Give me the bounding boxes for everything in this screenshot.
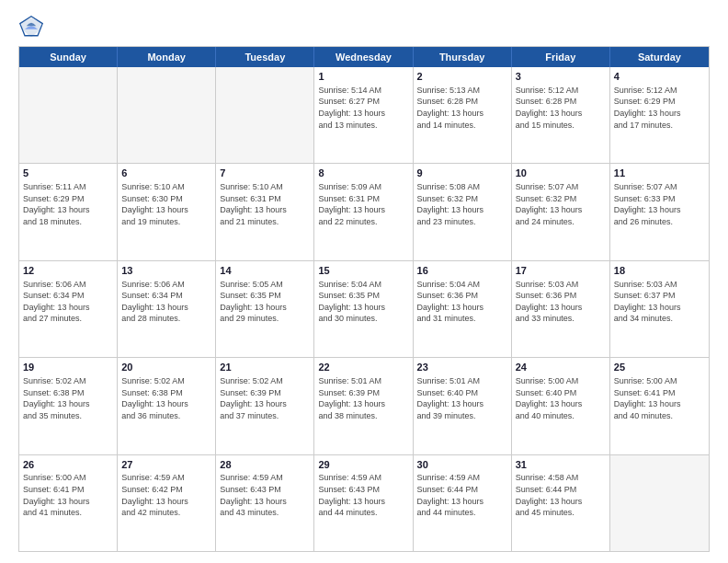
cal-cell: 24Sunrise: 5:00 AM Sunset: 6:40 PM Dayli… xyxy=(512,358,610,454)
cal-week-3: 12Sunrise: 5:06 AM Sunset: 6:34 PM Dayli… xyxy=(19,260,709,357)
day-number: 21 xyxy=(220,361,310,374)
day-detail: Sunrise: 4:59 AM Sunset: 6:43 PM Dayligh… xyxy=(220,472,310,518)
cal-cell: 13Sunrise: 5:06 AM Sunset: 6:34 PM Dayli… xyxy=(118,261,216,357)
day-detail: Sunrise: 5:09 AM Sunset: 6:31 PM Dayligh… xyxy=(318,181,408,227)
cal-cell xyxy=(216,67,314,163)
cal-week-5: 26Sunrise: 5:00 AM Sunset: 6:41 PM Dayli… xyxy=(19,454,709,551)
cal-cell: 2Sunrise: 5:13 AM Sunset: 6:28 PM Daylig… xyxy=(414,67,512,163)
cal-cell: 29Sunrise: 4:59 AM Sunset: 6:43 PM Dayli… xyxy=(314,455,413,551)
day-number: 25 xyxy=(614,361,705,374)
day-number: 6 xyxy=(121,167,211,180)
day-number: 3 xyxy=(516,70,606,84)
cal-cell: 4Sunrise: 5:12 AM Sunset: 6:29 PM Daylig… xyxy=(610,67,709,163)
day-detail: Sunrise: 4:59 AM Sunset: 6:43 PM Dayligh… xyxy=(318,472,408,518)
day-detail: Sunrise: 5:03 AM Sunset: 6:37 PM Dayligh… xyxy=(614,279,705,325)
cal-cell: 5Sunrise: 5:11 AM Sunset: 6:29 PM Daylig… xyxy=(19,164,118,259)
day-detail: Sunrise: 5:14 AM Sunset: 6:27 PM Dayligh… xyxy=(318,85,408,131)
day-detail: Sunrise: 5:00 AM Sunset: 6:41 PM Dayligh… xyxy=(614,375,705,421)
day-detail: Sunrise: 4:58 AM Sunset: 6:44 PM Dayligh… xyxy=(516,472,606,518)
day-number: 7 xyxy=(220,167,310,180)
cal-week-4: 19Sunrise: 5:02 AM Sunset: 6:38 PM Dayli… xyxy=(19,357,709,454)
day-detail: Sunrise: 5:04 AM Sunset: 6:35 PM Dayligh… xyxy=(318,279,408,325)
cal-cell: 7Sunrise: 5:10 AM Sunset: 6:31 PM Daylig… xyxy=(216,164,314,259)
cal-cell: 11Sunrise: 5:07 AM Sunset: 6:33 PM Dayli… xyxy=(610,164,709,259)
header xyxy=(18,15,710,40)
day-detail: Sunrise: 5:04 AM Sunset: 6:36 PM Dayligh… xyxy=(417,279,507,325)
day-number: 24 xyxy=(516,361,606,374)
cal-cell: 20Sunrise: 5:02 AM Sunset: 6:38 PM Dayli… xyxy=(118,358,216,454)
cal-header-tuesday: Tuesday xyxy=(216,47,314,67)
day-number: 31 xyxy=(516,458,606,472)
day-detail: Sunrise: 5:02 AM Sunset: 6:39 PM Dayligh… xyxy=(220,375,310,421)
cal-week-2: 5Sunrise: 5:11 AM Sunset: 6:29 PM Daylig… xyxy=(19,163,709,259)
cal-cell: 8Sunrise: 5:09 AM Sunset: 6:31 PM Daylig… xyxy=(314,164,413,259)
day-number: 11 xyxy=(614,167,705,180)
day-number: 2 xyxy=(417,70,507,84)
cal-cell: 28Sunrise: 4:59 AM Sunset: 6:43 PM Dayli… xyxy=(216,455,314,551)
cal-header-wednesday: Wednesday xyxy=(314,47,413,67)
day-detail: Sunrise: 4:59 AM Sunset: 6:44 PM Dayligh… xyxy=(417,472,507,518)
day-number: 18 xyxy=(614,264,705,278)
day-number: 23 xyxy=(417,361,507,374)
cal-cell: 14Sunrise: 5:05 AM Sunset: 6:35 PM Dayli… xyxy=(216,261,314,357)
cal-header-friday: Friday xyxy=(512,47,610,67)
day-detail: Sunrise: 5:12 AM Sunset: 6:28 PM Dayligh… xyxy=(516,85,606,131)
cal-cell: 31Sunrise: 4:58 AM Sunset: 6:44 PM Dayli… xyxy=(512,455,610,551)
day-detail: Sunrise: 5:11 AM Sunset: 6:29 PM Dayligh… xyxy=(23,181,113,227)
day-detail: Sunrise: 5:06 AM Sunset: 6:34 PM Dayligh… xyxy=(121,279,211,325)
cal-week-1: 1Sunrise: 5:14 AM Sunset: 6:27 PM Daylig… xyxy=(19,67,709,163)
calendar-body: 1Sunrise: 5:14 AM Sunset: 6:27 PM Daylig… xyxy=(19,67,709,551)
logo xyxy=(18,15,48,40)
day-number: 16 xyxy=(417,264,507,278)
day-detail: Sunrise: 5:05 AM Sunset: 6:35 PM Dayligh… xyxy=(220,279,310,325)
day-detail: Sunrise: 5:01 AM Sunset: 6:39 PM Dayligh… xyxy=(318,375,408,421)
day-number: 9 xyxy=(417,167,507,180)
cal-cell: 1Sunrise: 5:14 AM Sunset: 6:27 PM Daylig… xyxy=(314,67,413,163)
cal-cell xyxy=(19,67,118,163)
day-detail: Sunrise: 5:03 AM Sunset: 6:36 PM Dayligh… xyxy=(516,279,606,325)
day-number: 4 xyxy=(614,70,705,84)
day-detail: Sunrise: 5:02 AM Sunset: 6:38 PM Dayligh… xyxy=(121,375,211,421)
cal-cell: 3Sunrise: 5:12 AM Sunset: 6:28 PM Daylig… xyxy=(512,67,610,163)
calendar: SundayMondayTuesdayWednesdayThursdayFrid… xyxy=(18,46,710,552)
cal-header-saturday: Saturday xyxy=(610,47,709,67)
cal-cell: 12Sunrise: 5:06 AM Sunset: 6:34 PM Dayli… xyxy=(19,261,118,357)
day-number: 17 xyxy=(516,264,606,278)
cal-cell xyxy=(118,67,216,163)
cal-cell: 25Sunrise: 5:00 AM Sunset: 6:41 PM Dayli… xyxy=(610,358,709,454)
cal-cell: 16Sunrise: 5:04 AM Sunset: 6:36 PM Dayli… xyxy=(414,261,512,357)
day-number: 15 xyxy=(318,264,408,278)
cal-header-monday: Monday xyxy=(118,47,216,67)
cal-cell xyxy=(610,455,709,551)
day-detail: Sunrise: 5:07 AM Sunset: 6:33 PM Dayligh… xyxy=(614,181,705,227)
day-number: 29 xyxy=(318,458,408,472)
cal-cell: 15Sunrise: 5:04 AM Sunset: 6:35 PM Dayli… xyxy=(314,261,413,357)
cal-cell: 21Sunrise: 5:02 AM Sunset: 6:39 PM Dayli… xyxy=(216,358,314,454)
day-number: 10 xyxy=(516,167,606,180)
day-detail: Sunrise: 5:10 AM Sunset: 6:31 PM Dayligh… xyxy=(220,181,310,227)
page: SundayMondayTuesdayWednesdayThursdayFrid… xyxy=(0,0,728,563)
day-detail: Sunrise: 5:10 AM Sunset: 6:30 PM Dayligh… xyxy=(121,181,211,227)
cal-cell: 17Sunrise: 5:03 AM Sunset: 6:36 PM Dayli… xyxy=(512,261,610,357)
day-number: 1 xyxy=(318,70,408,84)
day-number: 14 xyxy=(220,264,310,278)
cal-cell: 26Sunrise: 5:00 AM Sunset: 6:41 PM Dayli… xyxy=(19,455,118,551)
day-number: 28 xyxy=(220,458,310,472)
day-detail: Sunrise: 5:06 AM Sunset: 6:34 PM Dayligh… xyxy=(23,279,113,325)
day-number: 8 xyxy=(318,167,408,180)
day-number: 19 xyxy=(23,361,113,374)
cal-header-thursday: Thursday xyxy=(414,47,512,67)
day-number: 20 xyxy=(121,361,211,374)
cal-header-sunday: Sunday xyxy=(19,47,118,67)
day-number: 12 xyxy=(23,264,113,278)
cal-cell: 18Sunrise: 5:03 AM Sunset: 6:37 PM Dayli… xyxy=(610,261,709,357)
day-number: 22 xyxy=(318,361,408,374)
day-detail: Sunrise: 5:02 AM Sunset: 6:38 PM Dayligh… xyxy=(23,375,113,421)
day-detail: Sunrise: 5:07 AM Sunset: 6:32 PM Dayligh… xyxy=(516,181,606,227)
day-number: 27 xyxy=(121,458,211,472)
day-number: 5 xyxy=(23,167,113,180)
cal-cell: 22Sunrise: 5:01 AM Sunset: 6:39 PM Dayli… xyxy=(314,358,413,454)
day-detail: Sunrise: 5:08 AM Sunset: 6:32 PM Dayligh… xyxy=(417,181,507,227)
day-number: 30 xyxy=(417,458,507,472)
day-detail: Sunrise: 5:13 AM Sunset: 6:28 PM Dayligh… xyxy=(417,85,507,131)
